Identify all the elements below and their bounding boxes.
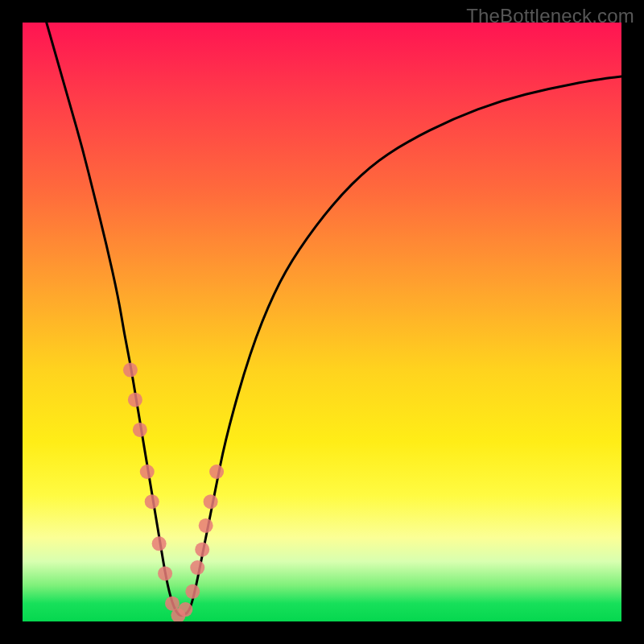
chart-plot-area (23, 23, 621, 621)
bottleneck-curve-path (47, 23, 621, 616)
data-point (195, 543, 209, 557)
data-point (140, 464, 155, 479)
curve-data-points (123, 363, 224, 621)
data-point (133, 423, 147, 437)
data-point (199, 518, 213, 533)
data-point (204, 494, 218, 509)
bottleneck-curve-svg (23, 23, 621, 621)
data-point (190, 560, 204, 575)
watermark-text: TheBottleneck.com (466, 5, 634, 27)
data-point (128, 393, 142, 407)
data-point (185, 584, 200, 599)
data-point (178, 602, 192, 617)
data-point (145, 494, 159, 509)
data-point (209, 464, 224, 479)
data-point (123, 363, 138, 378)
data-point (152, 536, 167, 551)
data-point (158, 566, 172, 580)
